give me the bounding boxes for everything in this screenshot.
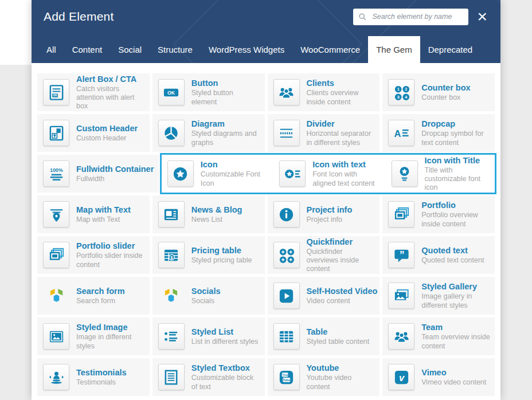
element-card-dropcap[interactable]: ADropcapDropcap symbol for text content (382, 114, 495, 152)
ok-button-icon: OK (158, 79, 185, 105)
svg-text:v: v (399, 372, 405, 383)
youtube-icon: YouTube (273, 364, 300, 390)
element-title: Alert Box / CTA (76, 74, 145, 84)
tab-woocommerce[interactable]: WooCommerce (292, 36, 368, 63)
element-card-pricing-table[interactable]: $Pricing tableStyled pricing table (152, 236, 265, 274)
element-title: Styled Textbox (191, 363, 260, 373)
newspaper-icon (158, 201, 185, 228)
svg-text:$: $ (171, 254, 174, 260)
photo-gallery-icon (388, 283, 414, 309)
close-icon: × (477, 7, 487, 26)
tab-all[interactable]: All (38, 36, 64, 63)
element-card-styled-textbox[interactable]: Styled TextboxCustomizable block of text (152, 358, 265, 396)
custom-header-icon (43, 120, 69, 146)
element-title: Team (421, 322, 490, 332)
tab-the-gem[interactable]: The Gem (368, 36, 420, 63)
element-card-alert-box-cta[interactable]: OKAlert Box / CTACatch visitors attentio… (37, 73, 150, 111)
tab-wordpress-widgets[interactable]: WordPress Widgets (201, 36, 292, 63)
star-circle-icon (167, 160, 194, 187)
element-description: Fullwidth (76, 175, 154, 183)
element-title: Table (307, 327, 370, 337)
element-title: Icon (201, 159, 266, 170)
search-icon (358, 13, 367, 21)
element-card-diagram[interactable]: DiagramStyled diagrams and graphs (152, 114, 265, 152)
element-title: Icon with Title (425, 155, 490, 166)
search-input[interactable] (371, 12, 463, 21)
testimonial-person-icon (43, 364, 69, 390)
element-card-custom-header[interactable]: Custom HeaderCustom Header (37, 114, 150, 152)
element-card-icon[interactable]: IconCustomizable Font Icon (162, 155, 271, 193)
element-card-quoted-text[interactable]: ”Quoted textQuoted text content (382, 236, 495, 274)
element-card-fullwidth-container[interactable]: 100%Fullwidth ContainerFullwidth (37, 155, 159, 193)
element-title: Styled List (191, 327, 259, 337)
element-description: News List (191, 215, 242, 224)
element-description: Styled diagrams and graphs (191, 130, 260, 147)
element-title: Portfolio slider (76, 241, 145, 251)
fullwidth-icon: 100% (43, 160, 69, 187)
tab-structure[interactable]: Structure (150, 36, 201, 63)
element-description: Catch visitors attention with alert box (76, 85, 145, 111)
element-title: Diagram (191, 119, 260, 129)
element-title: Quickfinder (307, 237, 375, 247)
element-description: Video content (307, 297, 375, 305)
info-circle-icon (273, 201, 300, 228)
element-card-portfolio[interactable]: PortfolioPortfolio overview inside conte… (382, 195, 495, 233)
element-title: Divider (307, 119, 375, 129)
element-card-map-with-text[interactable]: Map with TextMap with Text (37, 195, 150, 233)
element-title: Portfolio (421, 200, 490, 210)
element-description: Project info (307, 215, 353, 224)
modal-header-top: Add Element × (32, 0, 500, 33)
element-card-counter-box[interactable]: 1234Counter boxCounter box (382, 73, 495, 111)
counter-icon: 1234 (388, 79, 414, 105)
element-card-styled-image[interactable]: Styled ImageImage in different styles (37, 317, 150, 355)
element-card-socials[interactable]: SocialsSocials (152, 277, 265, 315)
element-card-self-hosted-video[interactable]: Self-Hosted VideoVideo content (268, 277, 380, 315)
element-description: Custom Header (76, 134, 138, 143)
svg-text:OK: OK (167, 90, 175, 96)
element-title: Search form (76, 286, 125, 296)
element-card-clients[interactable]: ClientsClients overview inside content (268, 73, 380, 111)
element-card-button[interactable]: OKButtonStyled button element (152, 73, 265, 111)
element-card-portfolio-slider[interactable]: Portfolio sliderPortfolio slider inside … (37, 236, 150, 274)
element-card-icon-with-title[interactable]: Icon with TitleTitle with customizable f… (386, 155, 495, 193)
grid-row: Search formSearch formSocialsSocialsSelf… (37, 277, 495, 315)
star-circle-text-icon (279, 160, 306, 187)
modal-header: Add Element × AllContentSocialStructureW… (32, 0, 500, 63)
element-description: Testimonials (76, 378, 127, 387)
tab-social[interactable]: Social (110, 36, 150, 63)
tab-content[interactable]: Content (64, 36, 111, 63)
svg-text:2: 2 (405, 87, 407, 92)
element-description: List in different styles (191, 338, 259, 346)
element-title: Pricing table (191, 245, 252, 256)
search-box[interactable] (353, 9, 468, 25)
element-title: Project info (307, 205, 353, 215)
element-card-youtube[interactable]: YouTubeYoutubeYoutube video content (268, 358, 380, 396)
pie-chart-icon (158, 120, 185, 146)
element-card-styled-list[interactable]: Styled ListList in different styles (152, 317, 265, 355)
element-title: Socials (191, 286, 221, 296)
element-card-icon-with-text[interactable]: Icon with textFont Icon with aligned tex… (273, 155, 382, 193)
element-card-vimeo[interactable]: vVimeoVimeo video content (382, 358, 495, 396)
element-description: Horizontal separator in different styles (307, 130, 375, 147)
element-card-news-blog[interactable]: News & BlogNews List (152, 195, 265, 233)
element-card-styled-gallery[interactable]: Styled GalleryImage gallery in different… (382, 277, 495, 315)
element-card-divider[interactable]: DividerHorizontal separator in different… (268, 114, 380, 152)
element-card-table[interactable]: TableStyled table content (268, 317, 380, 355)
element-card-team[interactable]: TeamTeam overview inside content (382, 317, 495, 355)
grid-row: 100%Fullwidth ContainerFullwidthIconCust… (37, 155, 495, 193)
element-card-search-form[interactable]: Search formSearch form (37, 277, 150, 315)
element-description: Customizable Font Icon (201, 170, 266, 188)
element-card-quickfinder[interactable]: QuickfinderQuickfinder overviews inside … (268, 236, 380, 274)
element-card-project-info[interactable]: Project infoProject info (268, 195, 380, 233)
element-card-testimonials[interactable]: TestimonialsTestimonials (37, 358, 150, 396)
element-description: Dropcap symbol for text content (421, 130, 490, 147)
element-description: Team overview inside content (421, 333, 490, 351)
tab-deprecated[interactable]: Deprecated (420, 36, 481, 63)
element-description: Quickfinder overviews inside content (307, 248, 375, 274)
element-description: Customizable block of text (191, 374, 260, 391)
close-button[interactable]: × (476, 9, 488, 24)
modal-body: OKAlert Box / CTACatch visitors attentio… (32, 63, 500, 396)
map-pin-icon (43, 201, 69, 228)
svg-text:100%: 100% (50, 167, 63, 173)
vc-cube-icon (158, 283, 185, 309)
